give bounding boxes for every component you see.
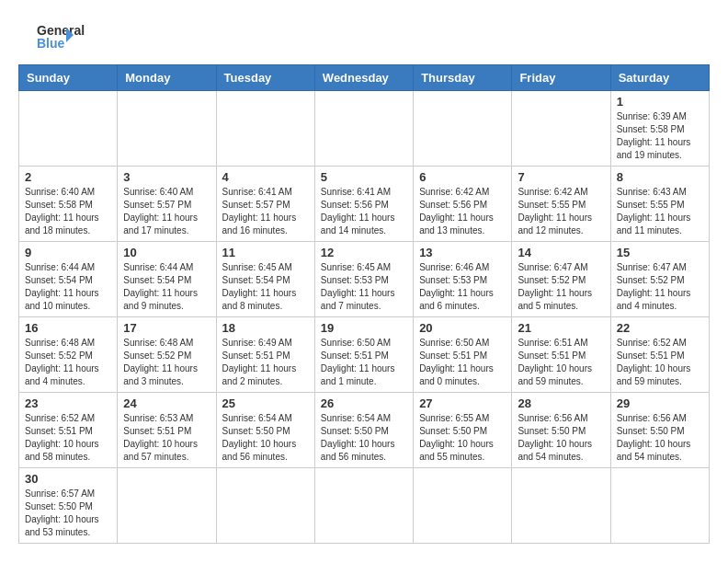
col-header-monday: Monday (118, 65, 216, 91)
calendar-cell: 19Sunrise: 6:50 AM Sunset: 5:51 PM Dayli… (314, 317, 413, 393)
day-number: 10 (123, 246, 210, 259)
col-header-wednesday: Wednesday (314, 65, 413, 91)
day-number: 5 (321, 170, 407, 184)
calendar-cell (414, 468, 512, 544)
day-number: 2 (25, 170, 111, 184)
col-header-sunday: Sunday (19, 65, 118, 91)
calendar-cell: 29Sunrise: 6:56 AM Sunset: 5:50 PM Dayli… (610, 393, 709, 468)
day-info: Sunrise: 6:47 AM Sunset: 5:52 PM Dayligh… (617, 261, 703, 313)
calendar-cell: 18Sunrise: 6:49 AM Sunset: 5:51 PM Dayli… (216, 317, 314, 393)
calendar-header-row: SundayMondayTuesdayWednesdayThursdayFrid… (19, 65, 710, 91)
day-number: 23 (25, 396, 111, 410)
day-info: Sunrise: 6:45 AM Sunset: 5:54 PM Dayligh… (222, 261, 309, 313)
calendar-cell: 8Sunrise: 6:43 AM Sunset: 5:55 PM Daylig… (610, 167, 709, 242)
calendar-cell: 2Sunrise: 6:40 AM Sunset: 5:58 PM Daylig… (19, 167, 118, 242)
calendar-cell: 12Sunrise: 6:45 AM Sunset: 5:53 PM Dayli… (314, 242, 413, 317)
day-number: 11 (222, 246, 309, 259)
day-number: 30 (25, 472, 111, 486)
day-info: Sunrise: 6:43 AM Sunset: 5:55 PM Dayligh… (617, 186, 703, 237)
calendar-cell (512, 91, 610, 167)
day-info: Sunrise: 6:48 AM Sunset: 5:52 PM Dayligh… (123, 337, 210, 388)
calendar-cell: 30Sunrise: 6:57 AM Sunset: 5:50 PM Dayli… (19, 468, 118, 544)
day-number: 15 (617, 246, 703, 259)
calendar-cell: 11Sunrise: 6:45 AM Sunset: 5:54 PM Dayli… (216, 242, 314, 317)
day-info: Sunrise: 6:40 AM Sunset: 5:57 PM Dayligh… (123, 186, 210, 237)
logo-icon: General Blue (18, 18, 92, 55)
day-info: Sunrise: 6:44 AM Sunset: 5:54 PM Dayligh… (25, 261, 111, 313)
calendar-cell (19, 91, 118, 167)
calendar-cell: 4Sunrise: 6:41 AM Sunset: 5:57 PM Daylig… (216, 167, 314, 242)
day-info: Sunrise: 6:52 AM Sunset: 5:51 PM Dayligh… (25, 412, 111, 464)
day-info: Sunrise: 6:53 AM Sunset: 5:51 PM Dayligh… (123, 412, 210, 464)
day-info: Sunrise: 6:47 AM Sunset: 5:52 PM Dayligh… (518, 261, 604, 313)
calendar-cell: 27Sunrise: 6:55 AM Sunset: 5:50 PM Dayli… (414, 393, 512, 468)
day-number: 21 (518, 321, 604, 335)
col-header-thursday: Thursday (414, 65, 512, 91)
day-number: 1 (617, 95, 703, 109)
day-number: 8 (617, 170, 703, 184)
day-info: Sunrise: 6:54 AM Sunset: 5:50 PM Dayligh… (222, 412, 309, 464)
calendar-cell: 26Sunrise: 6:54 AM Sunset: 5:50 PM Dayli… (314, 393, 413, 468)
day-number: 18 (222, 321, 309, 335)
calendar-cell: 13Sunrise: 6:46 AM Sunset: 5:53 PM Dayli… (414, 242, 512, 317)
calendar-cell: 14Sunrise: 6:47 AM Sunset: 5:52 PM Dayli… (512, 242, 610, 317)
calendar-cell: 22Sunrise: 6:52 AM Sunset: 5:51 PM Dayli… (610, 317, 709, 393)
day-info: Sunrise: 6:49 AM Sunset: 5:51 PM Dayligh… (222, 337, 309, 388)
calendar-cell: 9Sunrise: 6:44 AM Sunset: 5:54 PM Daylig… (19, 242, 118, 317)
day-number: 4 (222, 170, 309, 184)
day-number: 12 (321, 246, 407, 259)
day-info: Sunrise: 6:52 AM Sunset: 5:51 PM Dayligh… (617, 337, 703, 388)
day-number: 6 (419, 170, 506, 184)
day-info: Sunrise: 6:55 AM Sunset: 5:50 PM Dayligh… (419, 412, 506, 464)
day-number: 19 (321, 321, 407, 335)
day-info: Sunrise: 6:40 AM Sunset: 5:58 PM Dayligh… (25, 186, 111, 237)
day-number: 7 (518, 170, 604, 184)
calendar-cell (314, 91, 413, 167)
day-info: Sunrise: 6:57 AM Sunset: 5:50 PM Dayligh… (25, 488, 111, 539)
day-info: Sunrise: 6:50 AM Sunset: 5:51 PM Dayligh… (419, 337, 506, 388)
calendar-week-3: 16Sunrise: 6:48 AM Sunset: 5:52 PM Dayli… (19, 317, 710, 393)
day-info: Sunrise: 6:44 AM Sunset: 5:54 PM Dayligh… (123, 261, 210, 313)
day-info: Sunrise: 6:41 AM Sunset: 5:57 PM Dayligh… (222, 186, 309, 237)
day-number: 3 (123, 170, 210, 184)
calendar-cell (414, 91, 512, 167)
calendar-cell: 6Sunrise: 6:42 AM Sunset: 5:56 PM Daylig… (414, 167, 512, 242)
calendar-week-5: 30Sunrise: 6:57 AM Sunset: 5:50 PM Dayli… (19, 468, 710, 544)
calendar-cell (118, 91, 216, 167)
calendar-cell: 15Sunrise: 6:47 AM Sunset: 5:52 PM Dayli… (610, 242, 709, 317)
col-header-saturday: Saturday (610, 65, 709, 91)
calendar-cell: 25Sunrise: 6:54 AM Sunset: 5:50 PM Dayli… (216, 393, 314, 468)
calendar-cell (118, 468, 216, 544)
calendar-cell: 28Sunrise: 6:56 AM Sunset: 5:50 PM Dayli… (512, 393, 610, 468)
day-info: Sunrise: 6:51 AM Sunset: 5:51 PM Dayligh… (518, 337, 604, 388)
calendar-cell: 24Sunrise: 6:53 AM Sunset: 5:51 PM Dayli… (118, 393, 216, 468)
calendar-cell (512, 468, 610, 544)
day-number: 29 (617, 396, 703, 410)
day-number: 26 (321, 396, 407, 410)
calendar-cell (216, 468, 314, 544)
day-info: Sunrise: 6:42 AM Sunset: 5:55 PM Dayligh… (518, 186, 604, 237)
day-info: Sunrise: 6:42 AM Sunset: 5:56 PM Dayligh… (419, 186, 506, 237)
calendar-cell: 3Sunrise: 6:40 AM Sunset: 5:57 PM Daylig… (118, 167, 216, 242)
day-number: 27 (419, 396, 506, 410)
calendar-cell (216, 91, 314, 167)
day-info: Sunrise: 6:45 AM Sunset: 5:53 PM Dayligh… (321, 261, 407, 313)
calendar-cell: 1Sunrise: 6:39 AM Sunset: 5:58 PM Daylig… (610, 91, 709, 167)
day-number: 25 (222, 396, 309, 410)
calendar-cell (610, 468, 709, 544)
page-header: General Blue (18, 18, 710, 55)
calendar-table: SundayMondayTuesdayWednesdayThursdayFrid… (18, 64, 710, 544)
calendar-cell: 5Sunrise: 6:41 AM Sunset: 5:56 PM Daylig… (314, 167, 413, 242)
calendar-cell: 21Sunrise: 6:51 AM Sunset: 5:51 PM Dayli… (512, 317, 610, 393)
day-number: 28 (518, 396, 604, 410)
calendar-week-2: 9Sunrise: 6:44 AM Sunset: 5:54 PM Daylig… (19, 242, 710, 317)
calendar-cell: 16Sunrise: 6:48 AM Sunset: 5:52 PM Dayli… (19, 317, 118, 393)
day-info: Sunrise: 6:50 AM Sunset: 5:51 PM Dayligh… (321, 337, 407, 388)
day-number: 9 (25, 246, 111, 259)
day-number: 16 (25, 321, 111, 335)
day-info: Sunrise: 6:48 AM Sunset: 5:52 PM Dayligh… (25, 337, 111, 388)
day-info: Sunrise: 6:56 AM Sunset: 5:50 PM Dayligh… (518, 412, 604, 464)
calendar-week-4: 23Sunrise: 6:52 AM Sunset: 5:51 PM Dayli… (19, 393, 710, 468)
day-number: 20 (419, 321, 506, 335)
calendar-cell (314, 468, 413, 544)
